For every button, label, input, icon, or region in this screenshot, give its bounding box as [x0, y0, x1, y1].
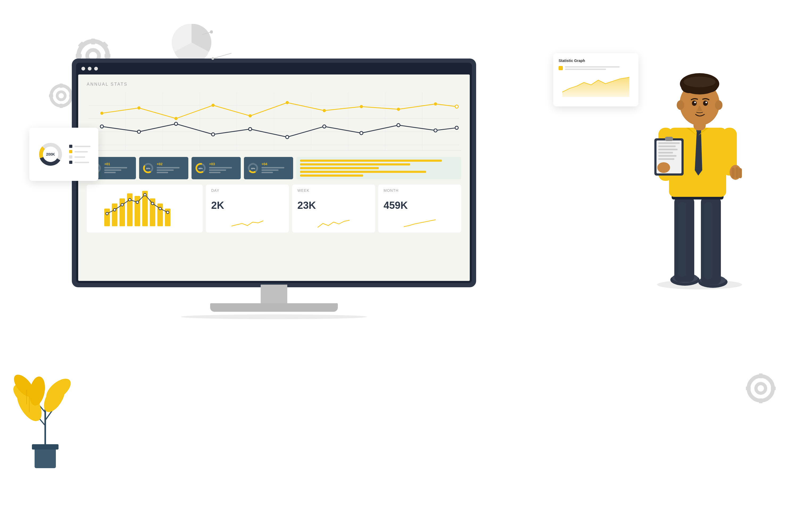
svg-point-150: [657, 162, 670, 173]
laptop-screen-inner: ANNUAL STATS: [76, 63, 472, 283]
svg-point-59: [455, 126, 458, 129]
titlebar-dot-red: [81, 67, 85, 71]
svg-rect-147: [732, 168, 735, 178]
svg-point-81: [106, 212, 109, 215]
svg-rect-12: [60, 83, 63, 88]
stat-line: [157, 167, 179, 168]
laptop: ANNUAL STATS: [72, 58, 476, 319]
stat-number-4: +04: [262, 162, 290, 166]
person-illustration: [644, 37, 756, 292]
svg-rect-126: [658, 146, 676, 147]
laptop-shadow: [181, 315, 367, 319]
svg-point-139: [684, 77, 716, 87]
metric-value-week: 23K: [298, 200, 370, 211]
stat-line: [209, 172, 221, 173]
legend-dot-2: [69, 150, 72, 153]
stat-line: [104, 167, 127, 168]
svg-rect-2: [91, 39, 95, 44]
svg-point-40: [174, 117, 178, 120]
legend-line-4: [75, 162, 89, 163]
legend-dot-4: [69, 161, 72, 164]
svg-point-143: [703, 100, 708, 106]
donut-2: 20%: [142, 162, 154, 174]
titlebar: [76, 63, 472, 75]
svg-rect-13: [60, 104, 63, 108]
svg-point-57: [397, 124, 400, 127]
stat-graph-svg: [558, 73, 633, 97]
metric-label-week: WEEK: [298, 188, 370, 193]
svg-point-83: [121, 204, 124, 206]
legend-dot-3: [69, 155, 72, 158]
svg-point-38: [100, 112, 103, 115]
stat-graph-title: Statistic Graph: [558, 58, 633, 63]
stat-line: [157, 172, 168, 173]
svg-rect-14: [49, 94, 53, 97]
svg-rect-127: [658, 149, 678, 150]
bar-chart-svg: [91, 188, 199, 229]
bar-line: [300, 174, 363, 177]
svg-point-44: [323, 109, 326, 112]
svg-rect-125: [658, 142, 680, 144]
svg-text:200K: 200K: [46, 152, 55, 156]
stat-lines-1: [104, 167, 133, 173]
svg-point-86: [144, 193, 146, 196]
svg-point-52: [211, 133, 215, 136]
stat-number-2: +02: [157, 162, 185, 166]
svg-point-144: [694, 101, 696, 103]
stat-card-2: 20% +02: [139, 157, 188, 179]
stat-line: [262, 167, 284, 168]
stat-lines-2: [157, 167, 185, 173]
svg-point-48: [455, 105, 458, 108]
svg-point-47: [434, 102, 437, 106]
svg-line-151: [213, 53, 231, 58]
titlebar-dot-green: [94, 67, 98, 71]
svg-point-89: [167, 211, 169, 214]
bar-line: [300, 167, 379, 169]
svg-rect-73: [112, 204, 118, 226]
svg-point-85: [136, 201, 139, 204]
stat-bars-card: [296, 157, 461, 179]
bar-line: [300, 163, 410, 166]
svg-rect-95: [32, 444, 58, 450]
stat-line: [262, 172, 273, 173]
stat-line: [157, 169, 174, 171]
bar-line: [300, 159, 442, 162]
float-card-statistic-graph: Statistic Graph: [553, 53, 639, 107]
svg-text:45%: 45%: [198, 167, 203, 170]
svg-point-53: [248, 128, 252, 131]
float-card-donut: 200K: [29, 128, 98, 181]
svg-rect-94: [35, 447, 56, 468]
svg-rect-149: [739, 168, 742, 178]
sparkline-month: [384, 218, 456, 229]
svg-point-46: [397, 108, 400, 111]
stat-info-3: +03: [209, 162, 238, 174]
svg-rect-128: [658, 152, 673, 153]
stat-lines-3: [209, 167, 238, 173]
stat-card-4: 10% +04: [244, 157, 293, 179]
svg-point-49: [100, 125, 103, 128]
legend-item-3: [69, 155, 91, 158]
svg-point-41: [211, 104, 215, 107]
legend-line-1: [75, 146, 91, 147]
svg-rect-131: [665, 137, 673, 141]
metric-label-day: DAY: [211, 188, 284, 193]
stat-legend-color: [558, 66, 563, 70]
laptop-content: ANNUAL STATS: [78, 75, 470, 281]
svg-point-88: [159, 207, 162, 210]
metric-value-month: 459K: [384, 200, 456, 211]
titlebar-dot-yellow: [88, 67, 92, 71]
stats-row: 10% +01: [87, 157, 461, 179]
svg-rect-74: [119, 198, 125, 226]
large-donut-chart: 200K: [37, 141, 64, 168]
metric-card-month: MONTH 459K: [378, 185, 461, 232]
svg-point-45: [360, 105, 363, 108]
stat-lines-4: [262, 167, 290, 173]
svg-point-43: [286, 101, 289, 104]
metric-card-week: WEEK 23K: [292, 185, 375, 232]
stat-number-1: +01: [104, 162, 133, 166]
laptop-stand: [261, 285, 287, 303]
metric-label-month: MONTH: [384, 188, 456, 193]
stat-info-2: +02: [157, 162, 185, 174]
gear-decoration-small: [48, 82, 75, 109]
donut-4: 10%: [247, 162, 259, 174]
